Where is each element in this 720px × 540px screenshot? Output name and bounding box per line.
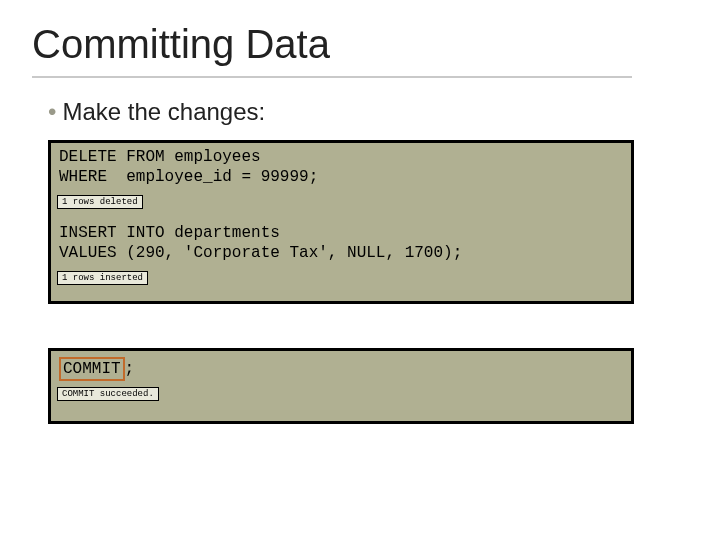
commit-terminator: ; — [125, 360, 135, 378]
sql-delete-block: DELETE FROM employees WHERE employee_id … — [51, 143, 631, 191]
bullet-text: Make the changes: — [62, 98, 265, 125]
code-panel-changes: DELETE FROM employees WHERE employee_id … — [48, 140, 634, 304]
feedback-commit: COMMIT succeeded. — [57, 387, 159, 401]
sql-insert-line2: VALUES (290, 'Corporate Tax', NULL, 1700… — [59, 243, 623, 263]
commit-row: COMMIT; — [51, 351, 631, 383]
code-panel-commit: COMMIT; COMMIT succeeded. — [48, 348, 634, 424]
sql-insert-line1: INSERT INTO departments — [59, 223, 623, 243]
sql-insert-block: INSERT INTO departments VALUES (290, 'Co… — [51, 219, 631, 267]
slide: Committing Data •Make the changes: DELET… — [0, 0, 720, 540]
bullet-dot: • — [48, 98, 56, 125]
sql-delete-line2: WHERE employee_id = 99999; — [59, 167, 623, 187]
bullet-line: •Make the changes: — [48, 98, 265, 126]
commit-keyword-box: COMMIT — [59, 357, 125, 381]
feedback-inserted: 1 rows inserted — [57, 271, 148, 285]
title-underline — [32, 76, 632, 78]
slide-title: Committing Data — [32, 22, 330, 67]
sql-delete-line1: DELETE FROM employees — [59, 147, 623, 167]
feedback-deleted: 1 rows deleted — [57, 195, 143, 209]
